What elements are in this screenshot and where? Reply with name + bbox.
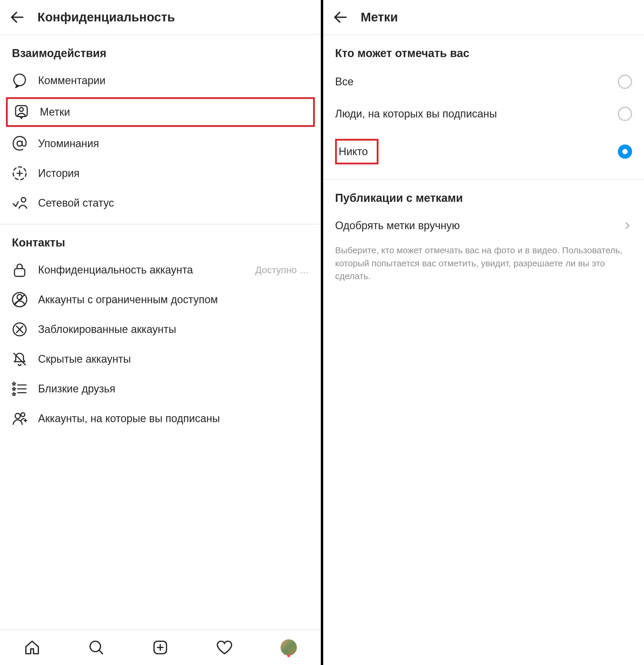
restricted-icon [12, 292, 27, 307]
menu-item-story[interactable]: История [0, 158, 321, 188]
svg-point-20 [15, 414, 20, 419]
section-title-who-can-tag: Кто может отмечать вас [323, 35, 644, 66]
menu-label: Комментарии [38, 74, 309, 87]
svg-point-1 [14, 74, 25, 86]
section-title-tagged-posts: Публикации с метками [323, 180, 644, 210]
menu-label: Аккаунты, на которые вы подписаны [38, 412, 309, 425]
section-title-contacts: Контакты [0, 225, 321, 255]
help-text: Выберите, кто может отмечать вас на фото… [323, 241, 644, 292]
radio-label: Люди, на которых вы подписаны [335, 108, 497, 120]
blocked-icon [12, 322, 27, 337]
highlight-box: Никто [335, 139, 378, 165]
privacy-settings-pane: Конфиденциальность Взаимодействия Коммен… [0, 0, 323, 665]
section-title-interactions: Взаимодействия [0, 35, 321, 66]
tags-settings-pane: Метки Кто может отмечать вас Все Люди, н… [323, 0, 644, 665]
menu-label: История [38, 167, 309, 179]
menu-label: Скрытые аккаунты [38, 353, 309, 365]
svg-point-4 [17, 141, 22, 146]
menu-item-restricted-accounts[interactable]: Аккаунты с ограниченным доступом [0, 285, 321, 315]
radio-label: Никто [339, 145, 368, 157]
menu-label: Заблокированные аккаунты [38, 323, 309, 336]
home-icon[interactable] [24, 639, 40, 656]
svg-point-3 [20, 108, 23, 112]
content: Взаимодействия Комментарии Метки Упомина… [0, 35, 321, 665]
page-title: Метки [361, 10, 398, 24]
activity-status-icon [12, 195, 27, 211]
close-friends-icon [12, 381, 27, 397]
activity-heart-icon[interactable] [216, 639, 233, 656]
profile-avatar[interactable] [280, 639, 297, 656]
menu-label: Аккаунты с ограниченным доступом [38, 293, 309, 306]
menu-label: Конфиденциальность аккаунта [38, 264, 244, 276]
back-icon[interactable] [9, 9, 25, 25]
nav-item-manual-approve[interactable]: Одобрять метки вручную [323, 210, 644, 241]
menu-label: Упоминания [38, 137, 309, 150]
radio-option-everyone[interactable]: Все [323, 66, 644, 98]
svg-line-25 [99, 650, 102, 654]
radio-indicator [618, 107, 632, 121]
svg-rect-9 [15, 269, 25, 277]
menu-item-close-friends[interactable]: Близкие друзья [0, 374, 321, 404]
menu-item-comments[interactable]: Комментарии [0, 66, 321, 95]
header: Метки [323, 0, 644, 35]
at-sign-icon [12, 136, 27, 151]
menu-item-mentions[interactable]: Упоминания [0, 129, 321, 158]
radio-indicator-selected [618, 145, 632, 159]
radio-option-noone[interactable]: Никто [323, 130, 644, 173]
header: Конфиденциальность [0, 0, 321, 35]
page-title: Конфиденциальность [37, 10, 175, 24]
muted-bell-icon [12, 352, 27, 367]
svg-point-8 [21, 198, 25, 202]
radio-indicator [618, 75, 632, 89]
comment-icon [12, 73, 27, 88]
radio-option-following[interactable]: Люди, на которых вы подписаны [323, 98, 644, 130]
search-icon[interactable] [88, 639, 105, 656]
menu-label: Сетевой статус [38, 197, 309, 209]
back-icon[interactable] [332, 9, 349, 25]
menu-label: Метки [40, 106, 307, 118]
svg-point-21 [21, 413, 25, 417]
menu-item-blocked-accounts[interactable]: Заблокированные аккаунты [0, 315, 321, 344]
menu-suffix: Доступно … [255, 265, 309, 276]
menu-item-following-accounts[interactable]: Аккаунты, на которые вы подписаны [0, 404, 321, 433]
lock-icon [12, 262, 27, 278]
tag-person-icon [14, 104, 29, 120]
story-add-icon [12, 166, 27, 181]
nav-label: Одобрять метки вручную [335, 220, 460, 232]
chevron-right-icon [623, 221, 632, 230]
bottom-tabbar [0, 629, 321, 665]
menu-item-account-privacy[interactable]: Конфиденциальность аккаунта Доступно … [0, 255, 321, 285]
menu-label: Близкие друзья [38, 383, 309, 395]
following-icon [12, 411, 27, 426]
new-post-icon[interactable] [152, 639, 169, 656]
radio-label: Все [335, 76, 354, 88]
menu-item-muted-accounts[interactable]: Скрытые аккаунты [0, 344, 321, 374]
menu-item-activity-status[interactable]: Сетевой статус [0, 188, 321, 218]
menu-item-tags[interactable]: Метки [6, 97, 315, 127]
content: Кто может отмечать вас Все Люди, на кото… [323, 35, 644, 665]
